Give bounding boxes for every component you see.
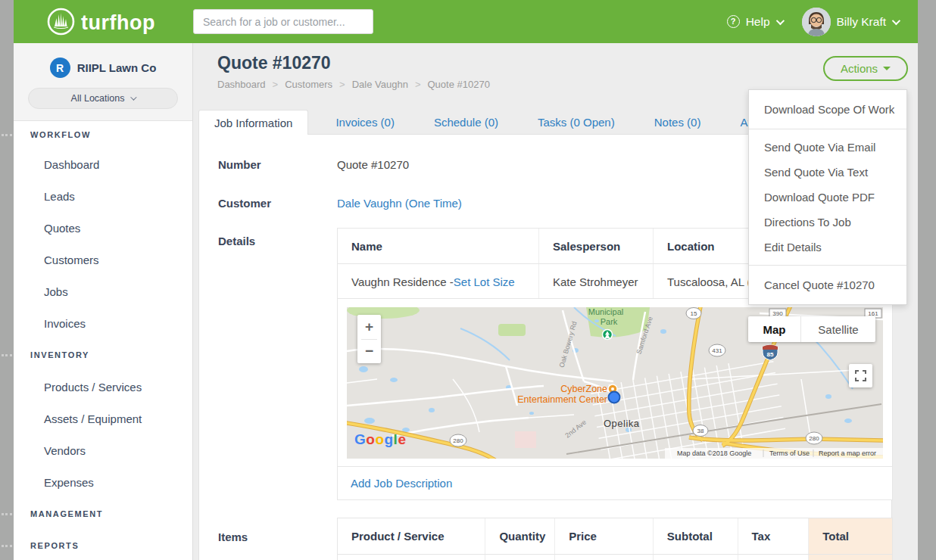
menu-item-download-scope-of-work[interactable]: Download Scope Of Work xyxy=(749,95,906,123)
menu-item-edit-details[interactable]: Edit Details xyxy=(749,235,906,260)
park-marker-icon xyxy=(603,330,613,340)
cell-tax xyxy=(738,555,809,560)
sidebar: R RIIPL Lawn Co All Locations WORKFLOW D… xyxy=(14,43,193,560)
actions-button[interactable]: Actions xyxy=(823,56,908,81)
nav-section-management[interactable]: MANAGEMENT xyxy=(14,498,192,530)
actions-button-label: Actions xyxy=(841,62,878,75)
items-table-header: Product / Service Quantity Price Subtota… xyxy=(338,518,892,555)
sidebar-item-expenses[interactable]: Expenses xyxy=(14,466,192,498)
map-label-opelika: Opelika xyxy=(604,418,640,429)
location-filter-dropdown[interactable]: All Locations xyxy=(28,88,178,109)
nav-section-label: REPORTS xyxy=(30,541,79,550)
menu-group: Cancel Quote #10270 xyxy=(749,266,906,304)
menu-item-send-quote-via-email[interactable]: Send Quote Via Email xyxy=(749,135,906,160)
map-label-entertainment-center: Entertainment Center xyxy=(517,394,607,405)
section-dashes-icon xyxy=(2,134,12,136)
desktop-gutter-right[interactable] xyxy=(918,0,936,560)
sidebar-item-customers[interactable]: Customers xyxy=(14,244,192,275)
svg-text:38: 38 xyxy=(697,428,704,434)
col-product-service: Product / Service xyxy=(338,518,485,554)
brand-logo[interactable]: turfhop xyxy=(47,8,155,39)
map-attribution-terms-link[interactable]: Terms of Use xyxy=(769,450,810,457)
map-container[interactable]: 15 390 161 431 38 280 280 xyxy=(347,307,883,459)
breadcrumb-customers[interactable]: Customers xyxy=(285,79,332,90)
company-logo: R xyxy=(50,58,70,78)
user-name: Billy Kraft xyxy=(837,15,886,29)
zoom-in-button[interactable]: + xyxy=(357,315,381,339)
user-menu[interactable]: Billy Kraft xyxy=(802,8,898,36)
sidebar-item-dashboard[interactable]: Dashboard xyxy=(14,148,192,180)
fullscreen-button[interactable] xyxy=(849,364,872,387)
search-input[interactable] xyxy=(193,9,373,34)
map-zoom-control: + − xyxy=(357,315,381,363)
col-name: Name xyxy=(338,229,538,263)
actions-dropdown-menu: Download Scope Of Work Send Quote Via Em… xyxy=(748,89,907,305)
caret-down-icon xyxy=(883,67,891,70)
section-dashes-icon xyxy=(2,513,12,515)
section-dashes-icon xyxy=(2,354,12,356)
tab-schedule[interactable]: Schedule (0) xyxy=(422,110,510,135)
cell-name: Vaughn Residence - Set Lot Size xyxy=(338,264,538,300)
help-icon: ? xyxy=(727,15,740,28)
breadcrumb-dale-vaughn[interactable]: Dale Vaughn xyxy=(352,79,408,90)
tab-notes[interactable]: Notes (0) xyxy=(642,110,713,135)
cell-price xyxy=(554,555,653,560)
map-attribution-data: Map data ©2018 Google xyxy=(677,450,751,457)
breadcrumb-dashboard[interactable]: Dashboard xyxy=(217,79,266,90)
cell-subtotal xyxy=(653,555,738,560)
sidebar-item-jobs[interactable]: Jobs xyxy=(14,275,192,307)
desktop-gutter-left xyxy=(0,0,14,560)
sidebar-item-invoices[interactable]: Invoices xyxy=(14,307,192,339)
customer-label: Customer xyxy=(218,197,271,210)
menu-item-send-quote-via-text[interactable]: Send Quote Via Text xyxy=(749,160,906,185)
zoom-out-button[interactable]: − xyxy=(357,340,381,364)
map-attribution-report-link[interactable]: Report a map error xyxy=(819,450,876,457)
menu-group: Download Scope Of Work xyxy=(749,90,906,129)
sidebar-item-assets-equipment[interactable]: Assets / Equipment xyxy=(14,403,192,434)
nav-section-label: INVENTORY xyxy=(30,350,89,359)
customer-value: Dale Vaughn (One Time) xyxy=(337,197,462,210)
top-bar: turfhop ? Help xyxy=(14,0,918,43)
details-label: Details xyxy=(218,235,255,247)
map-label-cyberzone: CyberZone xyxy=(560,384,607,394)
menu-group: Send Quote Via Email Send Quote Via Text… xyxy=(749,129,906,265)
set-lot-size-link[interactable]: Set Lot Size xyxy=(454,275,515,288)
col-price: Price xyxy=(554,518,653,554)
chevron-down-icon xyxy=(892,16,900,24)
avatar xyxy=(802,8,831,36)
turfhop-grass-icon xyxy=(47,8,75,39)
brand-name: turfhop xyxy=(81,9,155,37)
map-view-button[interactable]: Map xyxy=(748,316,801,342)
tab-invoices[interactable]: Invoices (0) xyxy=(323,110,407,135)
sidebar-company-block: R RIIPL Lawn Co All Locations xyxy=(14,43,192,121)
col-total: Total xyxy=(808,518,892,554)
section-dashes-icon xyxy=(2,545,12,547)
satellite-view-button[interactable]: Satellite xyxy=(801,316,875,342)
customer-link[interactable]: Dale Vaughn xyxy=(337,197,402,210)
tab-tasks[interactable]: Tasks (0 Open) xyxy=(526,110,627,135)
company-name: RIIPL Lawn Co xyxy=(77,61,157,74)
breadcrumb-separator: > xyxy=(339,79,345,90)
location-dot-icon xyxy=(609,392,620,403)
nav-section-reports[interactable]: REPORTS xyxy=(14,530,192,560)
property-name: Vaughn Residence - xyxy=(351,275,454,288)
sidebar-item-quotes[interactable]: Quotes xyxy=(14,212,192,244)
tab-job-information[interactable]: Job Information xyxy=(198,110,308,135)
customer-type-link[interactable]: (One Time) xyxy=(405,197,462,210)
menu-item-cancel-quote[interactable]: Cancel Quote #10270 xyxy=(749,271,906,299)
menu-item-directions-to-job[interactable]: Directions To Job xyxy=(749,210,906,235)
svg-text:85: 85 xyxy=(767,351,774,358)
sidebar-item-leads[interactable]: Leads xyxy=(14,180,192,212)
add-job-description-link[interactable]: Add Job Description xyxy=(351,477,452,490)
tab-bar: Job Information Invoices (0) Schedule (0… xyxy=(198,110,832,135)
sidebar-item-vendors[interactable]: Vendors xyxy=(14,434,192,466)
breadcrumb-separator: > xyxy=(415,79,421,90)
sidebar-item-products-services[interactable]: Products / Services xyxy=(14,371,192,403)
help-menu[interactable]: ? Help xyxy=(727,15,782,29)
google-logo[interactable]: Google xyxy=(354,431,406,447)
menu-item-download-quote-pdf[interactable]: Download Quote PDF xyxy=(749,185,906,210)
col-salesperson: Salesperson xyxy=(538,229,653,263)
items-label: Items xyxy=(218,530,248,543)
number-label: Number xyxy=(218,158,261,171)
chevron-down-icon xyxy=(131,94,137,100)
